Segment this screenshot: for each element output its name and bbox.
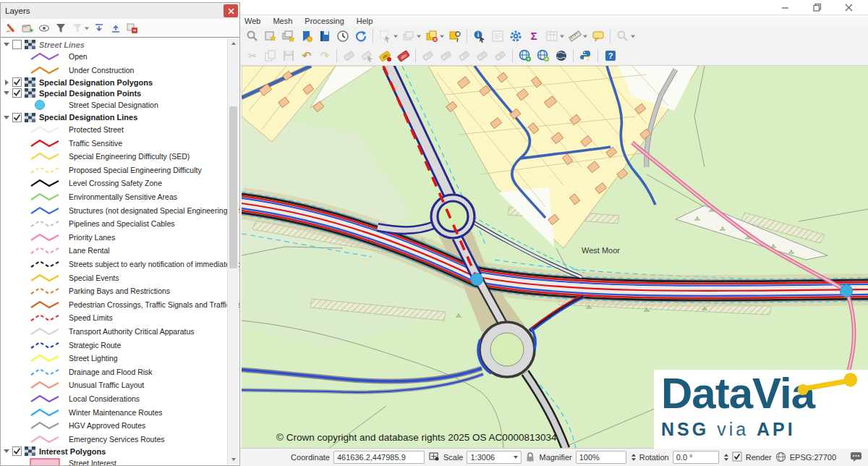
layer-visibility-checkbox[interactable]: [12, 77, 22, 87]
layer-visibility-checkbox[interactable]: [12, 88, 22, 98]
measure-button[interactable]: [566, 27, 584, 44]
scroll-up-icon[interactable]: [228, 38, 239, 48]
scroll-down-icon[interactable]: [228, 454, 239, 465]
python-console-button[interactable]: [576, 47, 595, 64]
open-layer-styling-button[interactable]: [2, 20, 19, 35]
maximize-icon[interactable]: [807, 1, 828, 13]
layer-group-row[interactable]: Special Designation Lines: [1, 112, 228, 123]
manage-map-themes-button[interactable]: [35, 20, 52, 35]
rotation-spin-icons[interactable]: [724, 454, 728, 461]
layer-group-label[interactable]: Interest Polygons: [39, 447, 106, 456]
legend-item-row[interactable]: Drainage and Flood Risk: [1, 365, 228, 378]
temporal-clock-button[interactable]: [333, 27, 352, 44]
legend-item-row[interactable]: Priority Lanes: [1, 231, 228, 245]
lock-icon[interactable]: [525, 452, 535, 464]
legend-item-row[interactable]: Structures (not designated Special Engin…: [1, 203, 228, 217]
legend-item-row[interactable]: Special Events: [1, 271, 228, 284]
add-group-button[interactable]: [19, 20, 35, 35]
legend-item-row[interactable]: Emergency Services Routes: [1, 432, 228, 446]
menu-web[interactable]: Web: [242, 17, 263, 25]
legend-item-row[interactable]: Unusual Traffic Layout: [1, 378, 228, 392]
coordinate-input[interactable]: 461636.2,447985.9: [333, 451, 425, 464]
metasearch-history-button[interactable]: [534, 47, 552, 64]
magnifier-spin-icons[interactable]: [631, 454, 636, 461]
deselect-features-dropdown-icon[interactable]: [439, 32, 445, 41]
crs-globe-icon[interactable]: [775, 452, 786, 464]
legend-item-row[interactable]: Street Special Designation: [1, 98, 228, 112]
minimize-icon[interactable]: [774, 1, 796, 13]
menu-mesh[interactable]: Mesh: [270, 17, 295, 25]
legend-item-row[interactable]: Traffic Sensitive: [1, 136, 228, 150]
layer-group-label[interactable]: Special Designation Lines: [39, 113, 137, 122]
rotation-spinbox[interactable]: 0.0 °: [673, 451, 719, 464]
processing-toolbox-button[interactable]: [506, 27, 524, 44]
scale-dropdown-icon[interactable]: [514, 456, 518, 459]
legend-item-row[interactable]: HGV Approved Routes: [1, 419, 228, 433]
layer-group-label[interactable]: Special Designation Polygons: [39, 78, 153, 87]
layer-diagram-button[interactable]: abc: [394, 47, 412, 64]
map-tips-button[interactable]: [589, 27, 607, 44]
layer-group-row[interactable]: Special Designation Polygons: [1, 77, 228, 88]
legend-item-row[interactable]: Streets subject to early notification of…: [1, 258, 228, 271]
legend-item-row[interactable]: Environmentally Sensitive Areas: [1, 190, 228, 204]
layer-labeling-button[interactable]: abc: [376, 47, 394, 64]
legend-item-row[interactable]: Open: [1, 50, 228, 64]
magnifier-spinbox[interactable]: 100%: [576, 451, 626, 464]
identify-features-button[interactable]: i: [470, 27, 488, 44]
deselect-features-button[interactable]: [422, 27, 441, 44]
metasearch-button[interactable]: [552, 47, 570, 64]
legend-item-row[interactable]: Parking Bays and Restrictions: [1, 284, 228, 298]
expand-all-button[interactable]: [90, 20, 107, 35]
select-by-location-button[interactable]: [446, 27, 464, 44]
layer-visibility-checkbox[interactable]: [12, 113, 22, 122]
scale-combobox[interactable]: 1:3006: [467, 451, 522, 464]
collapse-arrow-icon[interactable]: [1, 43, 12, 46]
collapse-all-button[interactable]: [107, 20, 124, 35]
layer-group-row[interactable]: Special Designation Points: [1, 88, 228, 98]
legend-item-row[interactable]: Speed Limits: [1, 311, 228, 325]
legend-item-row[interactable]: Pipelines and Specialist Cables: [1, 217, 228, 231]
street-special-designation-point[interactable]: [841, 285, 853, 297]
legend-item-row[interactable]: Under Construction: [1, 64, 228, 77]
legend-item-row[interactable]: Street Lighting: [1, 352, 228, 365]
refresh-map-button[interactable]: [352, 27, 370, 44]
legend-item-row[interactable]: Lane Rental: [1, 244, 228, 258]
layer-group-row[interactable]: Street Lines: [1, 39, 228, 50]
layers-panel-titlebar[interactable]: Layers: [1, 3, 239, 19]
close-icon[interactable]: [838, 1, 859, 13]
statistics-sigma-button[interactable]: Σ: [524, 27, 542, 44]
legend-item-row[interactable]: Local Considerations: [1, 392, 228, 406]
locator-search-button[interactable]: [243, 27, 261, 44]
layer-visibility-checkbox[interactable]: [12, 40, 22, 49]
collapse-arrow-icon[interactable]: [1, 449, 12, 453]
legend-item-row[interactable]: Protected Street: [1, 123, 228, 137]
crs-label[interactable]: EPSG:27700: [790, 453, 836, 462]
legend-item-row[interactable]: Transport Authority Critical Apparatus: [1, 325, 228, 339]
legend-item-row[interactable]: Level Crossing Safety Zone: [1, 177, 228, 190]
legend-item-row[interactable]: Pedestrian Crossings, Traffic Signals an…: [1, 298, 228, 312]
legend-item-row[interactable]: Winter Maintenance Routes: [1, 405, 228, 419]
style-book-button[interactable]: [315, 27, 333, 44]
collapse-arrow-icon[interactable]: [1, 91, 12, 95]
street-special-designation-point[interactable]: [471, 274, 483, 286]
layer-group-row[interactable]: Interest Polygons: [1, 446, 228, 457]
legend-item-row[interactable]: Special Engineering Difficulty (SED): [1, 150, 228, 164]
bookmark-button[interactable]: [297, 27, 315, 44]
menu-processing[interactable]: Processing: [302, 17, 346, 25]
layers-tree-scrollbar[interactable]: [227, 38, 239, 465]
extents-icon[interactable]: [428, 451, 440, 464]
expand-arrow-icon[interactable]: [1, 80, 12, 85]
metasearch-new-button[interactable]: [516, 47, 534, 64]
legend-item-row[interactable]: Street Interest: [1, 457, 228, 465]
legend-item-row[interactable]: Strategic Route: [1, 338, 228, 352]
layer-group-label[interactable]: Street Lines: [39, 41, 85, 49]
measure-dropdown-icon[interactable]: [582, 32, 588, 41]
layer-visibility-checkbox[interactable]: [12, 446, 22, 456]
open-layer-favorite-button[interactable]: [279, 27, 297, 44]
scrollbar-thumb[interactable]: [229, 106, 237, 268]
layer-group-label[interactable]: Special Designation Points: [39, 89, 141, 98]
filter-legend-button[interactable]: [52, 20, 69, 35]
help-contents-button[interactable]: ?: [601, 47, 619, 64]
new-layer-favorite-button[interactable]: [261, 27, 279, 44]
undo-button[interactable]: ↶: [297, 47, 315, 64]
